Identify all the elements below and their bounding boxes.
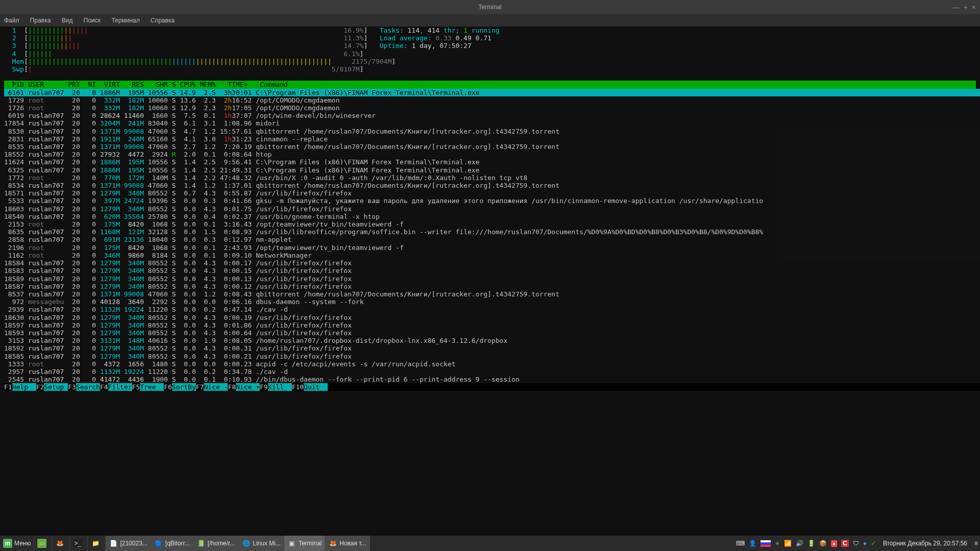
taskbar[interactable]: mМеню ▭ 🦊 >_ 📁 📄[210023...🔵[qBitorr...📗[… [0,536,980,551]
app-icon: ▣ [287,539,297,548]
terminal-icon: >_ [73,539,82,548]
flag-ru-icon[interactable] [761,540,771,547]
system-tray[interactable]: ⌨ 👤 ∗ 📶 🔊 🔋 📦 ● C 🛡 ● ✓ Вторник Декабрь … [734,540,980,547]
bluetooth-icon[interactable]: ∗ [775,540,780,547]
app-icon: 📗 [197,539,206,548]
clock[interactable]: Вторник Декабрь 29, 20:57:56 [883,540,967,547]
start-menu-button[interactable]: mМеню [0,536,34,551]
taskbar-task[interactable]: ▣Terminal [284,536,325,551]
keyboard-icon[interactable]: ⌨ [736,540,745,547]
app-icon: 🌐 [241,539,251,548]
show-desktop-button[interactable]: ▭ [34,536,52,551]
menubar[interactable]: Файл Правка Вид Поиск Терминал Справка [0,14,980,27]
volume-icon[interactable]: 🔊 [796,540,803,547]
menu-file[interactable]: Файл [4,17,19,24]
window-buttons[interactable]: — + × [952,0,976,14]
menu-help[interactable]: Справка [151,17,175,24]
folder-icon: 📁 [91,539,100,548]
battery-icon[interactable]: 🔋 [807,540,815,547]
terminal-content[interactable]: 1 [||||||||||||||| 16.9%] Tasks: 114, 41… [0,27,980,536]
user-icon[interactable]: 👤 [749,540,756,547]
taskbar-task[interactable]: 📗[/home/r... [193,536,238,551]
tray-icon-1[interactable]: ● [831,540,837,547]
network-icon[interactable]: 📶 [784,540,792,547]
updates-icon[interactable]: ✓ [871,540,876,547]
menu-search[interactable]: Поиск [84,17,101,24]
app-icon: 📄 [109,539,118,548]
menu-terminal[interactable]: Терминал [111,17,139,24]
menu-icon[interactable]: ≡ [974,540,978,547]
terminal-launcher[interactable]: >_ [70,536,88,551]
shield-icon[interactable]: 🛡 [853,540,859,547]
firefox-icon: 🦊 [55,539,64,548]
menu-view[interactable]: Вид [62,17,73,24]
app-icon: 🔵 [154,539,163,548]
firefox-launcher[interactable]: 🦊 [52,536,70,551]
desktop-icon: ▭ [37,539,46,548]
window-titlebar[interactable]: Terminal — + × [0,0,980,14]
taskbar-task[interactable]: 🦊Новая т... [325,536,370,551]
taskbar-task[interactable]: 📄[210023... [106,536,151,551]
window-title: Terminal [478,4,501,11]
qbittorrent-tray-icon[interactable]: ● [863,540,867,547]
app-icon: 🦊 [328,539,337,548]
menu-edit[interactable]: Правка [30,17,51,24]
taskbar-task[interactable]: 🌐Linux Mi... [238,536,284,551]
files-launcher[interactable]: 📁 [88,536,106,551]
comodo-icon[interactable]: C [841,540,849,547]
taskbar-task[interactable]: 🔵[qBitorr... [151,536,193,551]
dropbox-icon[interactable]: 📦 [819,540,827,547]
mint-logo-icon: m [3,539,12,548]
